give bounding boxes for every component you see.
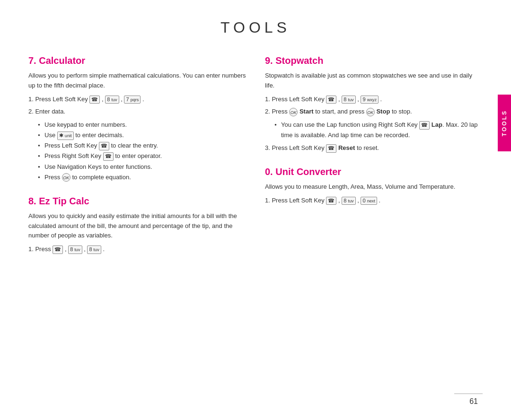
left-column: 7. Calculator Allows you to perform simp… <box>28 55 246 268</box>
stopwatch-bullet-1: You can use the Lap function using Right… <box>274 120 483 140</box>
key-0-uc: 0 next <box>361 197 377 205</box>
key-8-uc: 8 tuv <box>342 197 355 205</box>
bullet-2: Use ✱ unit to enter decimals. <box>38 130 246 140</box>
ez-tip-heading: 8. Ez Tip Calc <box>28 196 246 207</box>
page-divider <box>454 394 483 394</box>
key-soft-sw3: ☎ <box>326 144 336 152</box>
bullet-4: Press Right Soft Key ☎ to enter operator… <box>38 151 246 161</box>
key-9-sw: 9 wxyz <box>361 96 379 104</box>
key-star: ✱ unit <box>57 131 74 140</box>
section-ez-tip: 8. Ez Tip Calc Allows you to quickly and… <box>28 196 246 254</box>
stopwatch-step2: 2. Press OK Start to start, and press OK… <box>265 107 483 117</box>
section-calculator: 7. Calculator Allows you to perform simp… <box>28 55 246 183</box>
key-soft2: ☎ <box>99 142 109 150</box>
key-soft: ☎ <box>89 96 100 104</box>
calculator-heading: 7. Calculator <box>28 55 246 66</box>
key-7: 7 pqrs <box>124 96 141 104</box>
right-column: 9. Stopwatch Stopwatch is available just… <box>265 55 483 268</box>
key-8-ez2: 8 tuv <box>87 245 101 254</box>
bullet-3: Press Left Soft Key ☎ to clear the entry… <box>38 140 246 151</box>
calculator-step1: 1. Press Left Soft Key ☎ , 8 tuv , 7 pqr… <box>28 95 246 105</box>
unit-converter-body: Allows you to measure Length, Area, Mass… <box>265 182 483 192</box>
stopwatch-bullets: You can use the Lap function using Right… <box>274 120 483 140</box>
ok-stop-icon: OK <box>366 108 375 116</box>
page: TOOLS 7. Calculator Allows you to perfor… <box>0 0 511 420</box>
ok-icon: OK <box>62 173 70 182</box>
content-area: 7. Calculator Allows you to perform simp… <box>28 55 483 268</box>
unit-converter-step1: 1. Press Left Soft Key ☎ , 8 tuv , 0 nex… <box>265 196 483 206</box>
page-title: TOOLS <box>28 19 483 36</box>
ez-tip-step1: 1. Press ☎ , 8 tuv , 8 tuv . <box>28 245 246 254</box>
bullet-6: Press OK to complete equation. <box>38 172 246 183</box>
stopwatch-body: Stopwatch is available just as common st… <box>265 71 483 91</box>
stopwatch-step3: 3. Press Left Soft Key ☎ Reset to reset. <box>265 143 483 153</box>
section-stopwatch: 9. Stopwatch Stopwatch is available just… <box>265 55 483 153</box>
key-soft-ez: ☎ <box>53 245 63 254</box>
side-tab-label: TOOLS <box>501 110 508 136</box>
key-soft3: ☎ <box>103 152 114 160</box>
key-right-sw: ☎ <box>419 121 430 129</box>
ok-start-icon: OK <box>289 108 298 116</box>
unit-converter-heading: 0. Unit Converter <box>265 166 483 177</box>
calculator-bullets: Use keypad to enter numbers. Use ✱ unit … <box>38 120 246 183</box>
key-8-ez1: 8 tuv <box>68 245 82 254</box>
bullet-1: Use keypad to enter numbers. <box>38 120 246 130</box>
section-unit-converter: 0. Unit Converter Allows you to measure … <box>265 166 483 206</box>
ez-tip-body: Allows you to quickly and easily estimat… <box>28 211 246 241</box>
key-8-sw: 8 tuv <box>342 96 355 104</box>
bullet-5: Use Navigation Keys to enter functions. <box>38 162 246 172</box>
calculator-body: Allows you to perform simple mathematica… <box>28 71 246 91</box>
side-tab: TOOLS <box>498 95 511 151</box>
key-soft-sw: ☎ <box>326 96 336 104</box>
page-number: 61 <box>469 397 478 406</box>
key-8: 8 tuv <box>105 96 119 104</box>
stopwatch-heading: 9. Stopwatch <box>265 55 483 66</box>
calculator-step2: 2. Enter data. <box>28 107 246 117</box>
key-soft-uc: ☎ <box>326 197 336 205</box>
stopwatch-step1: 1. Press Left Soft Key ☎ , 8 tuv , 9 wxy… <box>265 95 483 105</box>
